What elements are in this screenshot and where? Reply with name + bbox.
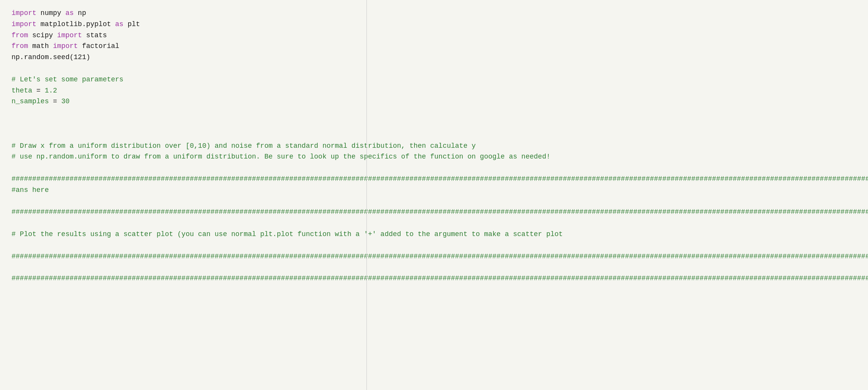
code-line-empty-1 xyxy=(12,63,856,74)
val-nsamples: 30 xyxy=(61,98,70,105)
code-line-2: import matplotlib.pyplot as plt xyxy=(12,19,856,30)
code-line-5: np.random.seed(121) xyxy=(12,52,856,63)
separator-line-3: ########################################… xyxy=(12,253,868,260)
code-line-separator-4: ########################################… xyxy=(12,273,856,284)
keyword-import-2: import xyxy=(12,20,36,28)
code-line-separator-1: ########################################… xyxy=(12,174,856,185)
vertical-divider xyxy=(366,0,367,390)
keyword-import-1: import xyxy=(12,9,36,17)
code-text: math xyxy=(28,42,53,50)
var-nsamples: n_samples xyxy=(12,98,49,105)
code-line-14: # use np.random.uniform to draw from a u… xyxy=(12,151,856,162)
code-line-4: from math import factorial xyxy=(12,41,856,52)
keyword-from-1: from xyxy=(12,31,28,39)
comment-text: # Let's set some parameters xyxy=(12,76,124,83)
code-line-empty-4 xyxy=(12,129,856,140)
separator-line-4: ########################################… xyxy=(12,274,868,282)
code-line-empty-9 xyxy=(12,262,856,273)
code-text: numpy xyxy=(36,9,66,17)
keyword-as-1: as xyxy=(65,9,74,17)
code-text: plt xyxy=(124,20,140,28)
keyword-import-3: import xyxy=(57,31,82,39)
code-line-ans: #ans here xyxy=(12,185,856,196)
separator-line-2: ########################################… xyxy=(12,208,868,216)
code-line-empty-3 xyxy=(12,118,856,129)
code-text: = xyxy=(32,87,45,94)
comment-ans: #ans here xyxy=(12,186,49,194)
code-line-empty-8 xyxy=(12,240,856,251)
var-theta: theta xyxy=(12,87,32,94)
code-text: scipy xyxy=(28,31,57,39)
code-line-8: theta = 1.2 xyxy=(12,85,856,96)
code-line-separator-3: ########################################… xyxy=(12,251,856,262)
code-line-9: n_samples = 30 xyxy=(12,96,856,107)
code-text: matplotlib.pyplot xyxy=(36,20,115,28)
code-line-empty-2 xyxy=(12,107,856,118)
code-line-separator-2: ########################################… xyxy=(12,207,856,218)
code-line-empty-5 xyxy=(12,162,856,174)
code-line-plot-comment: # Plot the results using a scatter plot … xyxy=(12,229,856,240)
code-line-empty-7 xyxy=(12,218,856,229)
code-text: np xyxy=(74,9,86,17)
keyword-import-4: import xyxy=(53,42,78,50)
code-line-1: import numpy as np xyxy=(12,8,856,19)
code-text: np.random.seed(121) xyxy=(12,53,90,61)
comment-use-np: # use np.random.uniform to draw from a u… xyxy=(12,153,550,160)
keyword-from-2: from xyxy=(12,42,28,50)
keyword-as-2: as xyxy=(115,20,124,28)
comment-draw-x: # Draw x from a uniform distribution ove… xyxy=(12,142,476,150)
comment-plot: # Plot the results using a scatter plot … xyxy=(12,230,563,238)
separator-line-1: ########################################… xyxy=(12,175,868,183)
code-line-13: # Draw x from a uniform distribution ove… xyxy=(12,140,856,152)
code-line-empty-6 xyxy=(12,196,856,207)
code-text: = xyxy=(49,98,61,105)
code-editor: import numpy as np import matplotlib.pyp… xyxy=(0,0,868,390)
code-line-7: # Let's set some parameters xyxy=(12,74,856,85)
code-text: factorial xyxy=(78,42,119,50)
val-theta: 1.2 xyxy=(45,87,57,94)
code-line-3: from scipy import stats xyxy=(12,30,856,41)
code-text: stats xyxy=(82,31,107,39)
